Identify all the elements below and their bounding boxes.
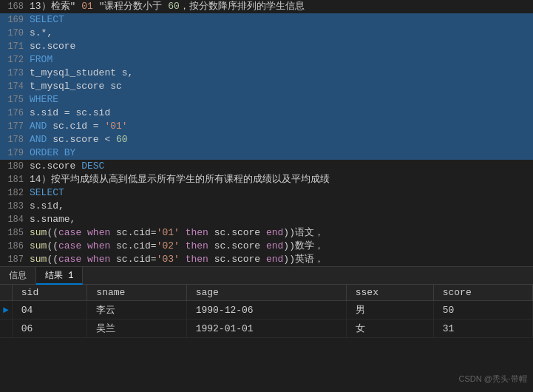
line-content: sum((case when sc.cid='02' then sc.score… [30,240,530,253]
code-token: '02' [157,240,180,251]
code-token: ORDER BY [30,147,75,158]
tab-result[interactable]: 结果 1 [36,267,83,285]
table-row: 06吴兰1992-01-01女31 [0,320,533,338]
code-token: '01' [157,227,180,238]
table-header: sname [87,285,186,301]
code-line: 180 sc.score DESC [0,160,533,173]
code-token: end [266,227,283,238]
line-number: 184 [3,213,30,226]
code-line: 183 s.sid, [0,200,533,213]
code-token: sc.score [30,41,75,52]
code-line: 176 s.sid = sc.sid [0,107,533,120]
code-token: sum [30,254,47,265]
code-token: AND [30,134,47,145]
line-number: 180 [3,160,30,173]
code-line: 178 AND sc.score < 60 [0,133,533,146]
code-token: s.sid, [30,200,64,212]
code-token: case [58,227,81,238]
code-line: 184 s.sname, [0,213,533,226]
code-token: when [87,227,110,238]
code-token: sc.score < [47,134,116,145]
code-token: case [58,240,81,251]
table-cell-sname: 李云 [87,301,186,320]
line-content: s.sid, [30,200,530,213]
watermark: CSDN @秃头·带帽 [459,374,527,385]
line-content: s.*, [30,27,530,40]
code-token: 01 [81,1,93,12]
row-arrow [0,320,12,338]
table-cell-sage: 1990-12-06 [186,301,346,320]
code-token: sc.cid= [110,240,156,251]
code-line: 171 sc.score [0,40,533,53]
table-header: score [433,285,532,301]
code-token: (( [47,227,58,238]
code-line: 174 t_mysql_score sc [0,80,533,93]
code-token: 60 [168,1,180,12]
code-line: 16813）检索" 01 "课程分数小于 60，按分数降序排列的学生信息 [0,0,533,13]
code-token [180,254,186,265]
code-token: sc.score [208,240,266,251]
result-panel: sidsnamesagessexscore►04李云1990-12-06男500… [0,285,533,338]
line-content: sc.score [30,40,530,53]
line-number: 170 [3,27,30,40]
table-header-arrow [0,285,12,301]
code-token [81,240,87,251]
tab-info[interactable]: 信息 [0,267,36,285]
line-content: t_mysql_score sc [30,80,530,93]
bottom-panel: 信息 结果 1 sidsnamesagessexscore►04李云1990-1… [0,266,533,338]
line-number: 185 [3,226,30,240]
code-token: (( [47,240,58,251]
code-line: 169SELECT [0,13,533,27]
code-token: case [58,254,81,265]
code-line: 186 sum((case when sc.cid='02' then sc.s… [0,240,533,253]
table-row: ►04李云1990-12-06男50 [0,301,533,320]
code-line: 18114）按平均成绩从高到低显示所有学生的所有课程的成绩以及平均成绩 [0,173,533,186]
code-token: SELECT [30,14,64,25]
code-token: end [266,240,283,251]
code-token: t_mysql_score sc [30,81,122,92]
line-number: 186 [3,240,30,253]
code-token: AND [30,121,47,132]
code-token: DESC [81,160,104,172]
line-number: 172 [3,53,30,67]
code-token: ))英语， [283,254,324,265]
code-token: ，按分数降序排列的学生信息 [180,1,305,12]
table-cell-ssex: 男 [346,301,433,320]
line-content: SELECT [30,186,530,200]
line-content: AND sc.cid = '01' [30,120,530,133]
code-line: 173 t_mysql_student s, [0,67,533,80]
code-token: ))语文， [283,227,324,238]
code-token: sum [30,240,47,251]
line-number: 174 [3,80,30,93]
table-cell-sname: 吴兰 [87,320,186,338]
code-line: 175WHERE [0,93,533,107]
line-content: SELECT [30,13,530,27]
table-cell-sid: 06 [12,320,87,338]
line-content: ORDER BY [30,146,530,160]
code-line: 172FROM [0,53,533,67]
code-line: 170 s.*, [0,27,533,40]
code-token: 14）按平均成绩从高到低显示所有学生的所有课程的成绩以及平均成绩 [30,174,330,185]
code-token: s.*, [30,27,52,38]
code-token: sc.score [208,254,266,265]
code-token: then [186,227,208,238]
table-cell-ssex: 女 [346,320,433,338]
code-token: '03' [157,254,180,265]
code-token: sc.cid= [110,254,156,265]
code-token: 60 [116,134,128,145]
line-number: 187 [3,253,30,266]
line-number: 176 [3,107,30,120]
line-number: 171 [3,40,30,53]
line-content: FROM [30,53,530,67]
line-content: sc.score DESC [30,160,530,173]
code-token: t_mysql_student s, [30,67,133,78]
line-content: s.sid = sc.sid [30,107,530,120]
code-token: s.sname, [30,214,75,225]
line-number: 178 [3,133,30,146]
line-number: 177 [3,120,30,133]
code-line: 179ORDER BY [0,146,533,160]
line-number: 179 [3,146,30,160]
code-token: sc.cid = [47,121,104,132]
code-token: sum [30,227,47,238]
line-number: 168 [3,0,30,13]
